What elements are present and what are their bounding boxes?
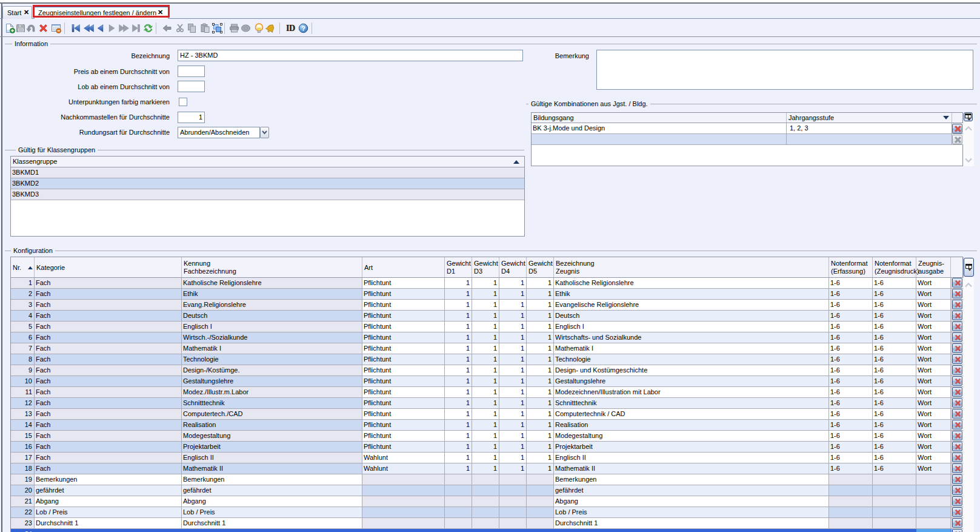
svg-text:?: ?	[301, 25, 305, 32]
